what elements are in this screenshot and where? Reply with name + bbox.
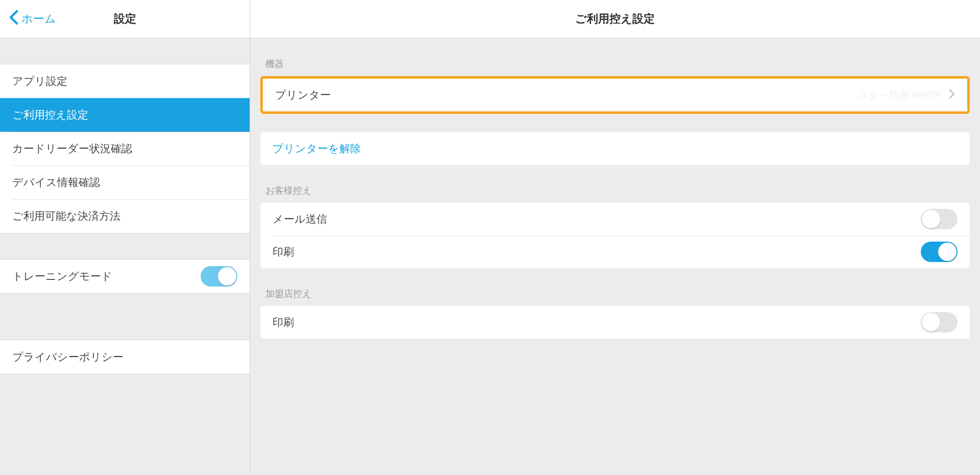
sidebar-item-label: カードリーダー状況確認 xyxy=(12,141,132,156)
sidebar-group-settings: アプリ設定 ご利用控え設定 カードリーダー状況確認 デバイス情報確認 ご利用可能… xyxy=(0,64,250,233)
main-title: ご利用控え設定 xyxy=(250,0,980,38)
chevron-left-icon xyxy=(9,10,18,28)
chevron-right-icon xyxy=(949,89,955,102)
customer-print-row[interactable]: 印刷 xyxy=(260,235,970,268)
printer-row-value: スター精密 mPOP xyxy=(858,88,942,102)
merchant-print-toggle[interactable] xyxy=(921,312,958,332)
sidebar-group-privacy: プライバシーポリシー xyxy=(0,340,250,374)
customer-email-row[interactable]: メール送信 xyxy=(260,203,970,235)
printer-unlink-button[interactable]: プリンターを解除 xyxy=(260,132,970,165)
merchant-receipt-card: 印刷 xyxy=(260,306,970,339)
printer-unlink-card: プリンターを解除 xyxy=(260,132,970,165)
sidebar-item-label: デバイス情報確認 xyxy=(12,175,100,189)
sidebar-header: ホーム 設定 xyxy=(0,0,250,38)
printer-row-label: プリンター xyxy=(275,88,331,102)
printer-card: プリンター スター精密 mPOP xyxy=(260,76,970,114)
row-label: メール送信 xyxy=(273,212,327,226)
training-mode-toggle[interactable] xyxy=(201,266,237,287)
customer-email-toggle[interactable] xyxy=(921,209,958,229)
sidebar-item-label: トレーニングモード xyxy=(12,269,112,283)
sidebar-item-app-settings[interactable]: アプリ設定 xyxy=(0,64,250,98)
sidebar-item-privacy-policy[interactable]: プライバシーポリシー xyxy=(0,340,250,374)
sidebar-item-payment-methods[interactable]: ご利用可能な決済方法 xyxy=(0,199,250,233)
customer-print-toggle[interactable] xyxy=(921,242,958,262)
sidebar-item-card-reader[interactable]: カードリーダー状況確認 xyxy=(0,132,250,165)
section-label-merchant: 加盟店控え xyxy=(260,268,970,306)
customer-receipt-card: メール送信 印刷 xyxy=(260,203,970,268)
merchant-print-row[interactable]: 印刷 xyxy=(260,306,970,339)
back-button[interactable]: ホーム xyxy=(0,10,56,28)
sidebar-item-label: プライバシーポリシー xyxy=(12,350,124,364)
row-label: 印刷 xyxy=(273,245,294,259)
row-label: 印刷 xyxy=(273,315,294,329)
section-label-customer: お客様控え xyxy=(260,165,970,203)
sidebar: ホーム 設定 アプリ設定 ご利用控え設定 カードリーダー状況確認 デバイス情報確… xyxy=(0,0,250,475)
sidebar-item-label: ご利用可能な決済方法 xyxy=(12,209,120,223)
sidebar-item-training-mode[interactable]: トレーニングモード xyxy=(0,259,250,293)
back-label: ホーム xyxy=(21,11,56,27)
sidebar-item-label: ご利用控え設定 xyxy=(12,108,88,122)
sidebar-item-label: アプリ設定 xyxy=(12,74,67,88)
section-label-device: 機器 xyxy=(260,38,970,76)
main-pane: ご利用控え設定 機器 プリンター スター精密 mPOP xyxy=(250,0,980,475)
printer-row[interactable]: プリンター スター精密 mPOP xyxy=(263,79,967,111)
printer-unlink-label: プリンターを解除 xyxy=(273,141,361,156)
sidebar-group-training: トレーニングモード xyxy=(0,259,250,294)
sidebar-item-device-info[interactable]: デバイス情報確認 xyxy=(0,165,250,199)
sidebar-item-receipt-settings[interactable]: ご利用控え設定 xyxy=(0,98,250,132)
